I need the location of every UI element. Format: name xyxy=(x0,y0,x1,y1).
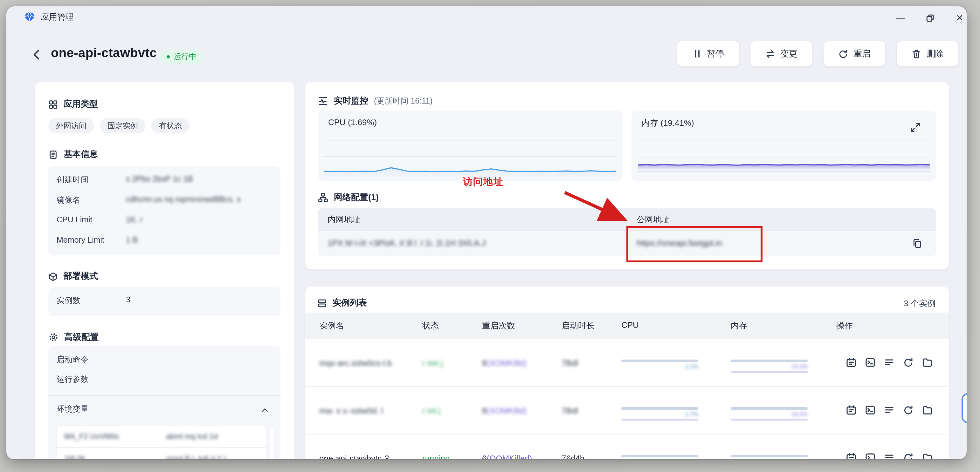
column-cpu: CPU xyxy=(621,320,639,330)
deploy-mode-card: 实例数3 xyxy=(48,287,280,316)
basic-info-title: 基本信息 xyxy=(64,149,98,160)
instance-list-title: 实例列表 xyxy=(332,297,367,309)
delete-button[interactable]: 删除 xyxy=(896,41,959,67)
monitor-icon[interactable] xyxy=(846,452,857,459)
expand-icon[interactable] xyxy=(910,122,921,133)
close-icon[interactable]: ✕ xyxy=(951,11,967,24)
minimize-button[interactable]: — xyxy=(892,11,909,24)
pause-label: 暂停 xyxy=(707,48,724,59)
restart-icon[interactable] xyxy=(903,357,914,368)
app-logo-gem-icon xyxy=(24,11,35,22)
instance-status: r mn j xyxy=(422,358,443,368)
header-actions: 暂停 变更 重启 删除 xyxy=(677,41,959,67)
annotation-highlight-box xyxy=(627,226,762,262)
monitoring-updated-time: (更新时间 16:11) xyxy=(374,96,433,106)
pause-icon xyxy=(692,49,702,59)
memory-limit-value: 1 B xyxy=(126,236,138,245)
restart-button[interactable]: 重启 xyxy=(823,41,886,67)
terminal-icon[interactable] xyxy=(865,357,876,368)
deploy-mode-title: 部署模式 xyxy=(64,271,98,282)
terminal-icon[interactable] xyxy=(865,405,876,415)
folder-icon[interactable] xyxy=(922,357,933,368)
env-vars-title: 环境变量 xyxy=(57,405,88,413)
instance-count-value: 3 xyxy=(126,295,130,304)
instance-cpu-metric xyxy=(621,455,698,458)
internal-address-column: 内网地址 xyxy=(328,214,361,225)
restore-button[interactable] xyxy=(921,11,938,24)
scrollbar-thumb[interactable] xyxy=(270,428,274,459)
annotation-arrow-icon xyxy=(560,188,633,224)
swap-icon xyxy=(765,49,775,59)
pulse-icon xyxy=(318,96,328,106)
instance-row: mqx-arc.sslw0cs-l.br mn j8(XOMKllld)7Bdl… xyxy=(305,339,949,387)
created-at-value: s 2Pbs 2bsP 1c 1B xyxy=(126,175,193,184)
folder-icon[interactable] xyxy=(922,452,933,459)
tag-external-access: 外网访问 xyxy=(48,118,94,133)
network-icon xyxy=(318,192,328,203)
memory-limit-label: Memory Limit xyxy=(57,236,104,245)
column-uptime: 启动时长 xyxy=(562,320,595,332)
env-vars-header[interactable]: 环境变量 xyxy=(57,404,272,417)
restart-label: 重启 xyxy=(853,48,870,59)
monitoring-title: 实时监控 xyxy=(334,95,368,107)
monitoring-header: 实时监控 (更新时间 16:11) xyxy=(318,95,433,107)
tag-fixed-instance: 固定实例 xyxy=(100,118,146,133)
instance-list-header: 实例列表 xyxy=(317,297,367,309)
column-instance-name: 实例名 xyxy=(319,320,344,332)
memory-chart-panel: 内存 (19.41%) xyxy=(632,111,936,181)
internal-address-value: 1PX M l-iX <3PisK. il 3l l .l 1i. 2i.1H … xyxy=(328,238,486,248)
copy-icon[interactable] xyxy=(912,238,922,249)
pause-button[interactable]: 暂停 xyxy=(677,41,740,67)
instance-uptime: 7Bdl xyxy=(562,358,578,368)
column-status: 状态 xyxy=(422,320,439,332)
network-header: 网络配置(1) xyxy=(318,192,379,203)
cpu-limit-label: CPU Limit xyxy=(57,215,92,224)
change-button[interactable]: 变更 xyxy=(750,41,813,67)
annotation-access-address: 访问地址 xyxy=(463,176,533,188)
column-restarts: 重启次数 xyxy=(482,320,515,332)
folder-icon[interactable] xyxy=(922,405,933,415)
app-type-title: 应用类型 xyxy=(64,98,98,110)
instance-status: r ml j xyxy=(422,406,440,415)
run-args-label[interactable]: 运行参数 xyxy=(57,374,88,385)
chevron-up-icon[interactable] xyxy=(261,406,269,414)
env-key: 1M 0ll xyxy=(64,454,84,459)
cpu-chart-panel: CPU (1.69%) xyxy=(318,111,623,181)
tag-stateful: 有状态 xyxy=(151,118,189,133)
instance-memory-percent: 19.4% xyxy=(731,411,808,418)
cpu-chart-title: CPU (1.69%) xyxy=(328,117,377,127)
instance-count-label: 实例数 xyxy=(57,295,80,306)
restart-icon[interactable] xyxy=(903,405,914,415)
logs-icon[interactable] xyxy=(884,452,895,459)
trash-icon xyxy=(911,49,921,59)
page-title: one-api-ctawbvtc xyxy=(51,46,157,60)
instance-uptime: 76d4h xyxy=(562,454,584,459)
floating-panel-toggle[interactable] xyxy=(962,393,967,423)
back-button[interactable] xyxy=(30,48,43,61)
instance-name: mqx-arc.sslw0cs-l.b xyxy=(319,358,392,368)
logs-icon[interactable] xyxy=(884,357,895,368)
cube-icon xyxy=(48,272,58,281)
env-value: abml mq lcd 1d xyxy=(166,432,218,441)
env-var-row: 1M 0ll mmd B L bdl d Y L xyxy=(57,447,266,459)
sidebar-app-config: 应用类型 外网访问 固定实例 有状态 基本信息 创建时间s 2Pbs 2bsP … xyxy=(34,81,295,459)
advanced-config-title: 高级配置 xyxy=(64,332,99,343)
advanced-config-card: 启动命令 运行参数 环境变量 M4_F2 UvVM0s abml mq lcd … xyxy=(48,345,280,459)
logs-icon[interactable] xyxy=(884,405,895,415)
restart-icon[interactable] xyxy=(903,452,914,459)
app-type-tags: 外网访问 固定实例 有状态 xyxy=(48,118,189,133)
instance-name: mw. s v.-sslw0d. l xyxy=(319,406,383,415)
public-address-column: 公网地址 xyxy=(636,214,670,225)
column-memory: 内存 xyxy=(731,320,747,332)
monitoring-card: 实时监控 (更新时间 16:11) CPU (1.69%) 内存 (19.41%… xyxy=(305,81,950,270)
terminal-icon[interactable] xyxy=(865,452,876,459)
instance-restarts: 6(OOMKilled) xyxy=(482,454,532,459)
status-dot-icon xyxy=(167,55,170,59)
list-icon xyxy=(317,298,327,308)
monitor-icon[interactable] xyxy=(846,405,857,415)
env-var-row: M4_F2 UvVM0s abml mq lcd 1d xyxy=(57,426,266,447)
instance-actions xyxy=(846,405,933,415)
instance-memory-percent: 19.4% xyxy=(731,363,808,371)
start-command-label[interactable]: 启动命令 xyxy=(57,355,88,365)
monitor-icon[interactable] xyxy=(846,357,857,368)
